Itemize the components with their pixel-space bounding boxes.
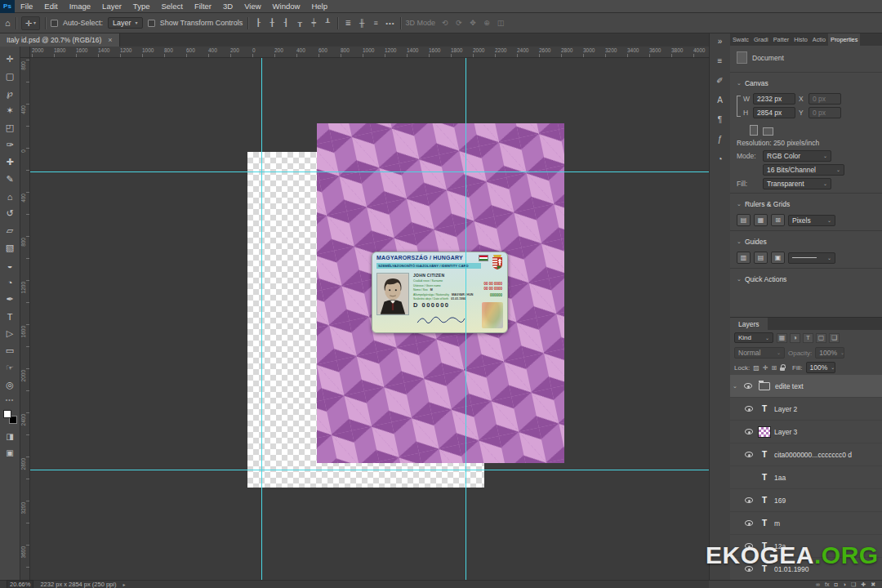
visibility-toggle[interactable]: [743, 406, 755, 412]
edit-toolbar-icon[interactable]: •••: [6, 397, 14, 403]
filter-type-icon[interactable]: T: [803, 333, 813, 343]
landscape-orientation-icon[interactable]: [763, 127, 773, 136]
layer-row[interactable]: Layer 3: [730, 421, 882, 443]
align-icon[interactable]: ┠: [253, 19, 263, 27]
lasso-tool[interactable]: ℘: [0, 85, 20, 102]
lock-artboard-icon[interactable]: ⊞: [771, 364, 777, 372]
clone-source-panel-icon[interactable]: ◔: [714, 154, 727, 163]
document-tab[interactable]: Italy id.psd @ 20.7% (RGB/16) ×: [0, 33, 120, 47]
color-swatches[interactable]: [3, 410, 17, 424]
menu-item-window[interactable]: Window: [267, 0, 306, 12]
home-icon[interactable]: ⌂: [5, 18, 11, 28]
layer-mask-icon[interactable]: ◘: [835, 581, 838, 587]
panel-tab-actio[interactable]: Actio: [810, 33, 828, 46]
screen-mode-icon[interactable]: ▣: [0, 444, 20, 461]
glyphs-panel-icon[interactable]: ƒ: [714, 135, 727, 144]
guide-style-dropdown[interactable]: ⌄: [788, 252, 835, 264]
hand-tool[interactable]: ☞: [0, 359, 20, 376]
layer-row[interactable]: T1aa: [730, 466, 882, 489]
align-icon[interactable]: ┿: [309, 19, 318, 27]
ruler-left[interactable]: 8004000400800120016002000240028003200360…: [20, 58, 30, 580]
visibility-toggle[interactable]: [743, 520, 755, 526]
lock-guides-icon[interactable]: ▣: [771, 252, 785, 264]
lock-all-icon[interactable]: [780, 364, 786, 372]
layer-row[interactable]: ⌄edite text: [730, 375, 882, 398]
panel-tab-patter[interactable]: Patter: [771, 33, 791, 46]
visibility-toggle[interactable]: [743, 452, 755, 457]
toggle-rulers-icon[interactable]: ▤: [737, 214, 751, 226]
opacity-dropdown[interactable]: 100%⌄: [815, 347, 844, 359]
guide-horizontal-2[interactable]: [30, 470, 709, 470]
filter-kind-dropdown[interactable]: Kind⌄: [734, 332, 773, 343]
eraser-tool[interactable]: ▱: [0, 222, 20, 239]
canvas-fill-dropdown[interactable]: Transparent⌄: [763, 178, 831, 189]
healing-brush-tool[interactable]: ✚: [0, 154, 20, 171]
expand-chevron-icon[interactable]: ⌄: [733, 383, 739, 390]
menu-item-filter[interactable]: Filter: [189, 0, 217, 12]
auto-select-checkbox[interactable]: [51, 20, 58, 27]
menu-item-view[interactable]: View: [238, 0, 266, 12]
panel-tab-properties[interactable]: Properties: [828, 33, 860, 46]
zoom-level-field[interactable]: 20.66%: [7, 580, 33, 588]
type-tool[interactable]: T: [0, 308, 20, 325]
link-dimensions-icon[interactable]: [737, 96, 741, 117]
path-selection-tool[interactable]: ▷: [0, 325, 20, 342]
align-icon[interactable]: ┰: [295, 19, 305, 27]
layer-row[interactable]: T169: [730, 489, 882, 512]
history-brush-tool[interactable]: ↺: [0, 205, 20, 222]
menu-item-edit[interactable]: Edit: [38, 0, 63, 12]
menu-item-image[interactable]: Image: [64, 0, 96, 12]
status-menu-icon[interactable]: ▸: [122, 581, 125, 587]
eyedropper-tool[interactable]: ✑: [0, 136, 20, 154]
layers-tab[interactable]: Layers: [730, 318, 768, 330]
foreground-color-swatch[interactable]: [3, 410, 11, 418]
filter-type-icon[interactable]: ◑: [790, 333, 800, 343]
menu-item-type[interactable]: Type: [127, 0, 156, 12]
bit-depth-dropdown[interactable]: 16 Bits/Channel⌄: [763, 164, 844, 176]
menu-item-layer[interactable]: Layer: [96, 0, 127, 12]
new-guide-icon[interactable]: ▥: [737, 252, 751, 264]
move-tool[interactable]: ✛: [0, 51, 20, 68]
lock-position-icon[interactable]: ✛: [763, 364, 768, 372]
width-field[interactable]: 2232 px: [753, 93, 795, 105]
guide-horizontal-1[interactable]: [30, 172, 709, 172]
visibility-toggle[interactable]: [742, 383, 754, 389]
ruler-origin[interactable]: [20, 47, 30, 58]
panel-tab-gradi[interactable]: Gradi: [751, 33, 771, 46]
align-icon[interactable]: ┨: [281, 19, 291, 27]
guide-vertical-2[interactable]: [466, 58, 466, 580]
dodge-tool[interactable]: ◔: [0, 274, 20, 291]
new-layer-icon[interactable]: ✚: [861, 581, 866, 588]
delete-layer-icon[interactable]: ✖: [871, 581, 875, 588]
auto-select-target-dropdown[interactable]: Layer▾: [108, 17, 143, 29]
guide-vertical-1[interactable]: [261, 58, 262, 580]
ruler-top[interactable]: 2000180016001400120010008006004002000200…: [30, 47, 709, 58]
new-group-icon[interactable]: ❏: [851, 581, 856, 588]
quick-selection-tool[interactable]: ✶: [0, 102, 20, 119]
crop-tool[interactable]: ◰: [0, 119, 20, 136]
app-logo[interactable]: Ps: [0, 0, 15, 13]
blur-tool[interactable]: ◒: [0, 256, 20, 274]
zoom-tool[interactable]: ◎: [0, 376, 20, 394]
align-icon[interactable]: ╂: [267, 19, 277, 27]
toggle-snap-icon[interactable]: ⊞: [771, 214, 785, 226]
show-transform-checkbox[interactable]: [148, 20, 155, 27]
canvas-section-header[interactable]: ⌄ Canvas: [737, 76, 875, 91]
guide-layout-icon[interactable]: ▤: [754, 252, 768, 264]
align-icon[interactable]: ┸: [323, 19, 332, 27]
visibility-toggle[interactable]: [743, 429, 755, 434]
close-tab-icon[interactable]: ×: [108, 36, 112, 44]
collapse-panels-icon[interactable]: »: [714, 37, 727, 46]
color-mode-dropdown[interactable]: RGB Color⌄: [763, 150, 831, 162]
marquee-tool[interactable]: ▢: [0, 68, 20, 85]
brush-tool[interactable]: ✎: [0, 171, 20, 188]
layer-fill-dropdown[interactable]: 100%⌄: [806, 362, 835, 373]
portrait-orientation-icon[interactable]: [750, 125, 758, 136]
gradient-tool[interactable]: ▧: [0, 239, 20, 256]
guides-header[interactable]: ⌄ Guides: [737, 234, 875, 249]
visibility-toggle[interactable]: [743, 497, 755, 503]
paragraph-panel-icon[interactable]: ¶: [714, 115, 727, 124]
link-layers-icon[interactable]: ∞: [816, 581, 820, 587]
menu-item-file[interactable]: File: [15, 0, 38, 12]
rectangle-tool[interactable]: ▭: [0, 342, 20, 359]
